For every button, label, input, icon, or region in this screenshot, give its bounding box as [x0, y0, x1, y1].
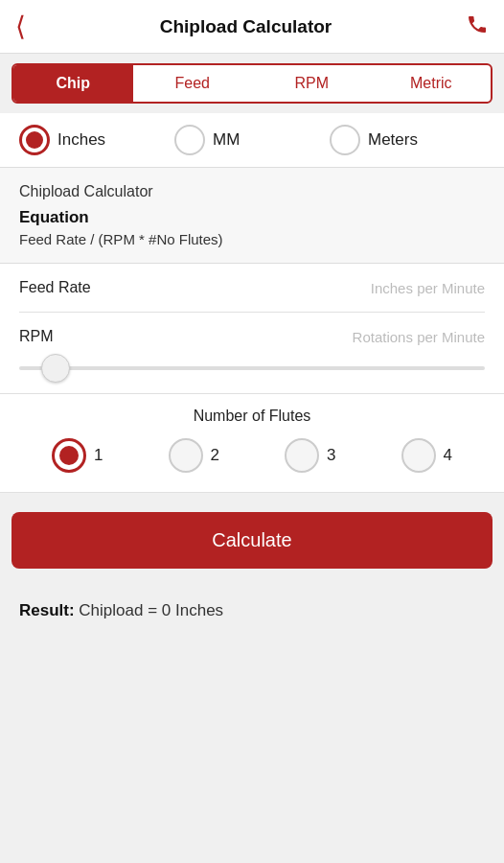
flute-num-1: 1 [94, 446, 103, 465]
back-button[interactable]: ⟨ [15, 13, 26, 40]
result-label: Result: [19, 601, 79, 619]
unit-inches[interactable]: Inches [19, 125, 174, 155]
tab-feed[interactable]: Feed [133, 65, 253, 102]
rpm-input[interactable]: Rotations per Minute [353, 329, 485, 345]
phone-icon[interactable] [466, 12, 489, 41]
radio-mm[interactable] [174, 125, 205, 155]
flutes-label: Number of Flutes [19, 408, 485, 425]
result-value: Chipload = 0 Inches [79, 601, 223, 619]
rpm-slider[interactable] [19, 366, 485, 370]
flute-4[interactable]: 4 [401, 438, 452, 473]
calc-title: Chipload Calculator [19, 183, 485, 200]
unit-meters-label: Meters [368, 130, 418, 150]
feed-rate-row: Feed Rate Inches per Minute [19, 264, 485, 313]
tab-chip[interactable]: Chip [13, 65, 133, 102]
flute-radio-1[interactable] [52, 438, 86, 473]
feed-rate-label: Feed Rate [19, 279, 91, 296]
unit-inches-label: Inches [57, 130, 105, 150]
tab-bar: Chip Feed RPM Metric [11, 63, 493, 104]
tab-rpm[interactable]: RPM [252, 65, 372, 102]
unit-mm-label: MM [213, 130, 240, 150]
rpm-slider-wrapper [19, 353, 485, 378]
feed-rate-input[interactable]: Inches per Minute [371, 280, 485, 296]
flute-1[interactable]: 1 [52, 438, 103, 473]
unit-meters[interactable]: Meters [330, 125, 485, 155]
rpm-section: RPM Rotations per Minute [0, 313, 504, 394]
input-section: Feed Rate Inches per Minute [0, 264, 504, 313]
radio-inches[interactable] [19, 125, 50, 155]
rpm-label: RPM [19, 328, 54, 345]
tab-metric[interactable]: Metric [372, 65, 492, 102]
flute-num-3: 3 [327, 446, 335, 465]
flute-3[interactable]: 3 [285, 438, 335, 473]
flutes-section: Number of Flutes 1 2 3 4 [0, 394, 504, 493]
info-section: Chipload Calculator Equation Feed Rate /… [0, 168, 504, 264]
flute-radio-4[interactable] [401, 438, 436, 473]
result-text: Result: Chipload = 0 Inches [19, 601, 223, 619]
unit-mm[interactable]: MM [174, 125, 330, 155]
flute-num-2: 2 [211, 446, 219, 465]
flute-2[interactable]: 2 [169, 438, 219, 473]
equation-text: Feed Rate / (RPM * #No Flutes) [19, 231, 485, 247]
header: ⟨ Chipload Calculator [0, 0, 504, 54]
result-section: Result: Chipload = 0 Inches [0, 588, 504, 634]
rpm-row: RPM Rotations per Minute [19, 313, 485, 353]
radio-meters[interactable] [330, 125, 360, 155]
equation-label: Equation [19, 208, 485, 227]
unit-selector: Inches MM Meters [0, 113, 504, 168]
flute-radio-3[interactable] [285, 438, 319, 473]
flute-num-4: 4 [444, 446, 452, 465]
flutes-row: 1 2 3 4 [19, 438, 485, 473]
flute-radio-2[interactable] [169, 438, 203, 473]
page-title: Chipload Calculator [160, 16, 332, 37]
calculate-button[interactable]: Calculate [11, 512, 493, 569]
